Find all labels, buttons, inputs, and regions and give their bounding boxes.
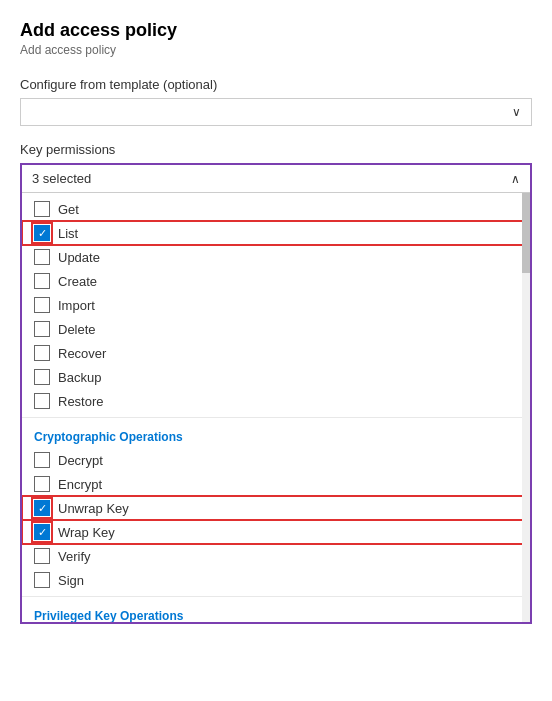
checkbox-item-unwrap-key[interactable]: ✓Unwrap Key [22,496,530,520]
checkbox-item-decrypt[interactable]: Decrypt [22,448,530,472]
checkbox-recover[interactable] [34,345,50,361]
checkbox-label-get: Get [58,202,79,217]
configure-template-dropdown[interactable]: ∨ [20,98,532,126]
checkbox-item-update[interactable]: Update [22,245,530,269]
checkbox-wrap-key[interactable]: ✓ [34,524,50,540]
key-permissions-dropdown[interactable]: 3 selected ∧ Get✓ListUpdateCreateImportD… [20,163,532,624]
checkbox-unwrap-key[interactable]: ✓ [34,500,50,516]
page-title: Add access policy [20,20,532,41]
checkbox-item-sign[interactable]: Sign [22,568,530,592]
checkbox-encrypt[interactable] [34,476,50,492]
checkmark-icon: ✓ [38,527,47,538]
checkbox-label-verify: Verify [58,549,91,564]
checkbox-label-update: Update [58,250,100,265]
checkbox-label-delete: Delete [58,322,96,337]
group-privileged: Privileged Key OperationsPurge [22,597,530,622]
checkbox-label-backup: Backup [58,370,101,385]
checkbox-label-unwrap-key: Unwrap Key [58,501,129,516]
checkbox-label-sign: Sign [58,573,84,588]
page-container: Add access policy Add access policy Conf… [0,0,552,701]
checkbox-item-create[interactable]: Create [22,269,530,293]
checkbox-update[interactable] [34,249,50,265]
checkbox-verify[interactable] [34,548,50,564]
checkbox-label-list: List [58,226,78,241]
page-subtitle: Add access policy [20,43,532,57]
checkbox-label-encrypt: Encrypt [58,477,102,492]
checkbox-item-restore[interactable]: Restore [22,389,530,413]
key-permissions-arrow: ∧ [511,172,520,186]
group-key-management: Get✓ListUpdateCreateImportDeleteRecoverB… [22,193,530,418]
scrollbar-track[interactable] [522,193,530,622]
section-heading-cryptographic: Cryptographic Operations [22,422,530,448]
configure-template-label: Configure from template (optional) [20,77,532,92]
checkbox-get[interactable] [34,201,50,217]
checkbox-decrypt[interactable] [34,452,50,468]
checkmark-icon: ✓ [38,228,47,239]
checkbox-item-verify[interactable]: Verify [22,544,530,568]
checkmark-icon: ✓ [38,503,47,514]
checkbox-label-decrypt: Decrypt [58,453,103,468]
checkbox-delete[interactable] [34,321,50,337]
checkbox-label-restore: Restore [58,394,104,409]
checkbox-item-delete[interactable]: Delete [22,317,530,341]
permissions-list: Get✓ListUpdateCreateImportDeleteRecoverB… [22,192,530,622]
checkbox-label-wrap-key: Wrap Key [58,525,115,540]
checkbox-restore[interactable] [34,393,50,409]
configure-template-arrow: ∨ [512,105,521,119]
checkbox-import[interactable] [34,297,50,313]
section-heading-privileged: Privileged Key Operations [22,601,530,622]
checkbox-list[interactable]: ✓ [34,225,50,241]
scrollbar-thumb[interactable] [522,193,530,273]
checkbox-item-list[interactable]: ✓List [22,221,530,245]
key-permissions-label: Key permissions [20,142,532,157]
key-permissions-header[interactable]: 3 selected ∧ [22,165,530,192]
selected-count: 3 selected [32,171,91,186]
group-cryptographic: Cryptographic OperationsDecryptEncrypt✓U… [22,418,530,597]
checkbox-item-backup[interactable]: Backup [22,365,530,389]
checkbox-item-wrap-key[interactable]: ✓Wrap Key [22,520,530,544]
checkbox-item-encrypt[interactable]: Encrypt [22,472,530,496]
checkbox-item-recover[interactable]: Recover [22,341,530,365]
checkbox-label-import: Import [58,298,95,313]
checkbox-label-recover: Recover [58,346,106,361]
checkbox-item-import[interactable]: Import [22,293,530,317]
checkbox-create[interactable] [34,273,50,289]
checkbox-backup[interactable] [34,369,50,385]
checkbox-label-create: Create [58,274,97,289]
checkbox-sign[interactable] [34,572,50,588]
checkbox-item-get[interactable]: Get [22,197,530,221]
